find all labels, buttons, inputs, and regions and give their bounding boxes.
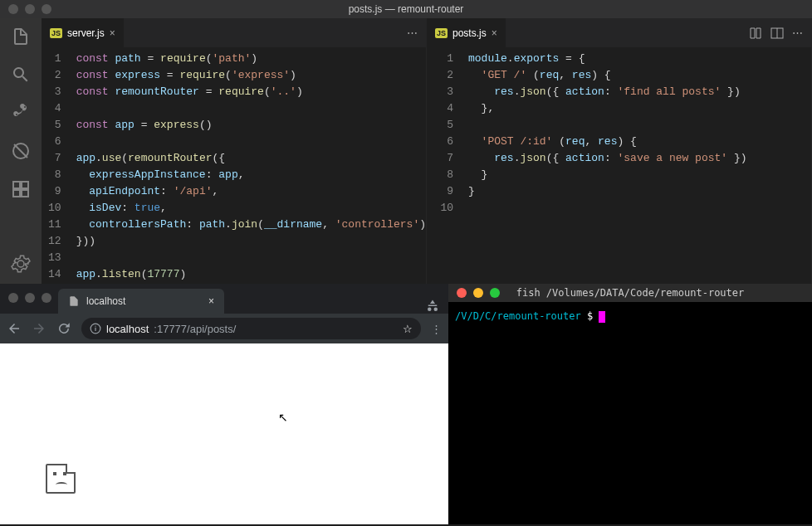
mouse-cursor: ↖ [278,411,288,424]
address-bar[interactable]: localhost:17777/api/posts/ ☆ [81,318,421,339]
tab-label: posts.js [452,27,487,39]
terminal-window: fish /Volumes/DATA/Code/remount-router /… [448,284,812,524]
prompt-path: /V/D/C/remount-router [455,310,581,322]
browser-tabbar: localhost × [0,284,448,314]
tab-label: server.js [67,27,105,39]
code-editor-right[interactable]: 12345678910 module.exports = { 'GET /' (… [427,47,811,284]
browser-tab[interactable]: localhost × [58,289,224,314]
back-icon[interactable] [7,321,22,336]
reload-icon[interactable] [56,321,71,336]
terminal-title: fish /Volumes/DATA/Code/remount-router [516,287,745,299]
minimize-window-button[interactable] [25,293,35,303]
code-editor-left[interactable]: 1234567891011121314 const path = require… [42,47,426,284]
terminal-window-controls [448,288,500,298]
window-controls [0,4,51,14]
code-right[interactable]: module.exports = { 'GET /' (req, res) { … [468,51,811,284]
maximize-window-button[interactable] [42,4,51,14]
source-control-icon[interactable] [11,103,31,123]
extensions-icon[interactable] [11,179,31,199]
maximize-window-button[interactable] [42,293,51,303]
editor-titlebar: posts.js — remount-router [0,0,812,18]
editor-left: JS server.js × ⋯ 1234567891011121314 con… [42,18,427,284]
close-tab-icon[interactable]: × [110,27,115,39]
prompt-symbol: $ [581,310,599,322]
editor-right: JS posts.js × ⋯ 12345678910 module.expor… [427,18,812,284]
browser-window-controls [8,293,51,303]
minimize-window-button[interactable] [25,4,35,14]
maximize-window-button[interactable] [490,288,500,298]
browser-content [0,343,448,524]
window-title: posts.js — remount-router [349,3,464,15]
info-icon[interactable] [90,323,101,334]
terminal-body[interactable]: /V/D/C/remount-router $ [448,302,812,331]
browser-window: localhost × localhost:17777/api/posts/ ☆… [0,284,448,524]
gutter-right: 12345678910 [427,51,468,284]
more-actions-icon[interactable]: ⋯ [407,27,418,39]
browser-toolbar: localhost:17777/api/posts/ ☆ ⋮ [0,314,448,343]
close-window-button[interactable] [8,4,18,14]
close-tab-icon[interactable]: × [208,295,214,307]
tab-server-js[interactable]: JS server.js × [42,18,124,47]
gutter-left: 1234567891011121314 [42,51,76,284]
debug-icon[interactable] [11,141,31,161]
editor-actions: ⋯ [749,27,811,40]
js-file-icon: JS [435,28,448,38]
terminal-titlebar: fish /Volumes/DATA/Code/remount-router [448,284,812,302]
browser-menu-icon[interactable]: ⋮ [431,323,442,335]
split-editor-icon[interactable] [770,27,784,40]
url-path: :17777/api/posts/ [154,323,236,335]
editor-area: JS server.js × ⋯ 1234567891011121314 con… [0,18,812,284]
url-host: localhost [106,323,149,335]
minimize-window-button[interactable] [473,288,483,298]
bookmark-icon[interactable]: ☆ [403,323,413,335]
gear-icon[interactable] [11,254,31,274]
js-file-icon: JS [50,28,62,38]
more-actions-icon[interactable]: ⋯ [792,27,803,40]
close-tab-icon[interactable]: × [492,27,497,39]
close-window-button[interactable] [8,293,18,303]
tab-bar-right: JS posts.js × ⋯ [427,18,811,47]
forward-icon[interactable] [32,321,46,336]
editor-actions: ⋯ [407,27,426,39]
bottom-row: localhost × localhost:17777/api/posts/ ☆… [0,284,812,524]
compare-icon[interactable] [749,27,762,40]
explorer-icon[interactable] [11,27,31,46]
tab-posts-js[interactable]: JS posts.js × [427,18,506,47]
tab-bar-left: JS server.js × ⋯ [42,18,426,47]
activity-bar [0,18,42,284]
svg-point-5 [95,325,95,326]
search-icon[interactable] [11,65,31,85]
close-window-button[interactable] [457,288,467,298]
page-icon [68,295,80,307]
terminal-cursor [599,311,605,323]
browser-tab-title: localhost [86,295,125,307]
sad-page-icon [46,464,76,494]
code-left[interactable]: const path = require('path')const expres… [76,51,426,284]
incognito-icon [425,299,440,314]
